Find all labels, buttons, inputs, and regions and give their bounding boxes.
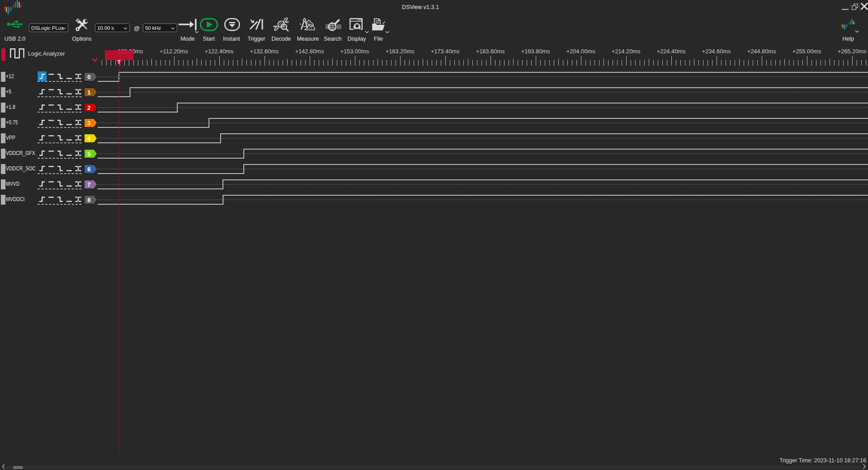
svg-text:T: T — [118, 59, 121, 65]
